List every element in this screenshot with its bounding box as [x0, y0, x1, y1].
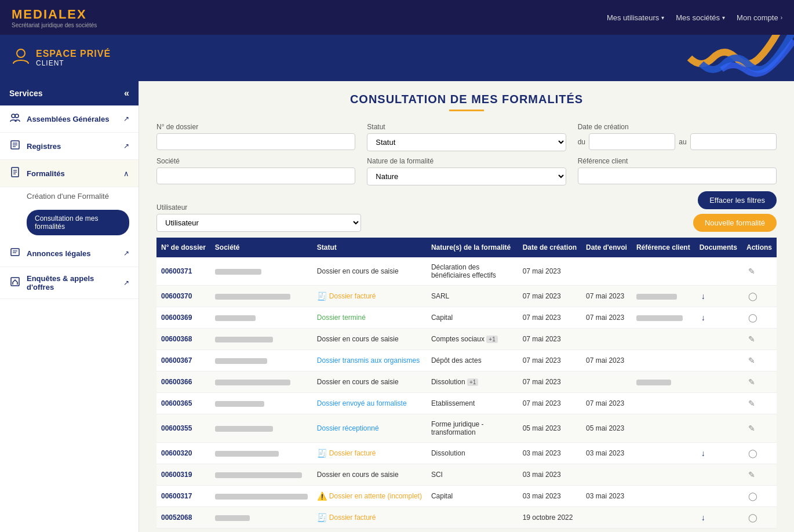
sidebar-item-assemblees[interactable]: Assemblées Générales ↗: [0, 105, 139, 133]
sidebar-item-formalites[interactable]: Formalités ∧: [0, 160, 139, 187]
annonces-icon: [9, 247, 21, 260]
cell-date-envoi: 07 mai 2023: [581, 286, 632, 307]
edit-icon[interactable]: ✎: [746, 356, 757, 365]
cell-nature: Déclaration des bénéficiaires effectifs: [427, 257, 518, 286]
layout: Services « Assemblées Générales ↗: [0, 81, 794, 532]
cell-statut: 🧾Dossier facturé: [312, 286, 427, 307]
ref-input[interactable]: [578, 167, 777, 184]
sidebar-item-enquetes[interactable]: Enquêtes & appels d'offres ↗: [0, 267, 139, 299]
cell-nature: Dissolution +1: [427, 371, 518, 393]
status-badge: Dossier en cours de saisie: [317, 267, 399, 275]
cell-nature: Comptes sociaux +1: [427, 329, 518, 350]
nature-plus-badge: +1: [467, 378, 478, 386]
cell-ref: [632, 393, 695, 414]
edit-icon[interactable]: ✎: [746, 267, 757, 276]
cell-nature: Capital: [427, 307, 518, 329]
cell-date-creation: 07 mai 2023: [518, 371, 581, 393]
view-icon[interactable]: ◯: [746, 513, 759, 522]
download-icon[interactable]: ↓: [700, 513, 707, 522]
brand-subtitle: Secrétariat juridique des sociétés: [12, 22, 97, 28]
filter-actions: Effacer les filtres Nouvelle formalité: [693, 191, 777, 232]
download-icon[interactable]: ↓: [700, 313, 707, 322]
date-au-input[interactable]: [690, 133, 777, 150]
statut-select[interactable]: Statut: [367, 133, 566, 151]
cell-documents: ↓: [695, 443, 742, 464]
download-icon[interactable]: ↓: [700, 291, 707, 301]
formalites-icon: [9, 167, 21, 180]
new-formalite-button[interactable]: Nouvelle formalité: [693, 214, 777, 232]
cell-statut: Dossier en cours de saisie: [312, 464, 427, 486]
utilisateur-select[interactable]: Utilisateur: [156, 214, 361, 232]
cell-statut: ⚠️Dossier en attente (incomplet): [312, 486, 427, 507]
cell-dossier: 00600369: [156, 307, 210, 329]
nav-societes[interactable]: Mes sociétés ▾: [676, 13, 725, 22]
col-ref: Référence client: [632, 238, 695, 257]
filter-utilisateur: Utilisateur Utilisateur: [156, 203, 361, 232]
external-link-icon: ↗: [123, 279, 129, 287]
cell-societe: [210, 486, 312, 507]
view-icon[interactable]: ◯: [746, 313, 759, 322]
filter-utilisateur-wrap: Utilisateur Utilisateur: [156, 203, 361, 232]
nature-select[interactable]: Nature: [367, 167, 566, 185]
cell-dossier: 00052068: [156, 507, 210, 529]
status-badge: Dossier en cours de saisie: [317, 335, 399, 343]
table-row: 00600371Dossier en cours de saisieDéclar…: [156, 257, 777, 286]
status-badge: Dossier transmis aux organismes: [317, 356, 420, 365]
cell-nature: Dépôt des actes: [427, 350, 518, 371]
societe-placeholder: [215, 515, 250, 521]
cell-date-creation: 19 octobre 2022: [518, 507, 581, 529]
table-row: 00052068🧾Dossier facturé19 octobre 2022↓…: [156, 507, 777, 529]
cell-statut: Dossier en cours de saisie: [312, 371, 427, 393]
date-du-input[interactable]: [589, 133, 675, 150]
cell-documents: [695, 414, 742, 443]
view-icon[interactable]: ◯: [746, 449, 759, 458]
download-icon[interactable]: ↓: [700, 449, 707, 458]
sidebar-collapse-button[interactable]: «: [124, 88, 129, 99]
edit-icon[interactable]: ✎: [746, 424, 757, 433]
sidebar-item-annonces[interactable]: Annonces légales ↗: [0, 240, 139, 267]
cell-date-creation: 03 mai 2023: [518, 486, 581, 507]
cell-ref: [632, 464, 695, 486]
nav-utilisateurs[interactable]: Mes utilisateurs ▾: [607, 13, 664, 22]
cell-actions: ✎: [742, 257, 777, 286]
sidebar-sub-creation[interactable]: Création d'une Formalité: [0, 187, 139, 205]
dossier-input[interactable]: [156, 133, 355, 150]
status-badge: ⚠️Dossier en attente (incomplet): [317, 491, 422, 501]
cell-nature: [427, 507, 518, 529]
cell-statut: Dossier terminé: [312, 307, 427, 329]
status-badge: 🧾Dossier facturé: [317, 449, 376, 458]
chevron-up-icon: ∧: [123, 169, 129, 178]
edit-icon[interactable]: ✎: [746, 377, 757, 387]
filter-dossier: N° de dossier: [156, 123, 355, 151]
nav-compte[interactable]: Mon compte ›: [737, 13, 782, 22]
sidebar-item-registres[interactable]: Registres ↗: [0, 133, 139, 160]
registres-icon: [9, 140, 21, 152]
table-row: 00600369Dossier terminéCapital07 mai 202…: [156, 307, 777, 329]
filters-row3: Utilisateur Utilisateur Effacer les filt…: [156, 191, 777, 232]
enquetes-icon: [9, 276, 21, 289]
view-icon[interactable]: ◯: [746, 491, 759, 501]
table-row: 00600320🧾Dossier facturéDissolution03 ma…: [156, 443, 777, 464]
sidebar-sub-consultation[interactable]: Consultation de mes formalités: [27, 210, 129, 235]
cell-ref: [632, 350, 695, 371]
cell-actions: ◯: [742, 443, 777, 464]
cell-documents: [695, 464, 742, 486]
edit-icon[interactable]: ✎: [746, 470, 757, 479]
edit-icon[interactable]: ✎: [746, 334, 757, 344]
hero-text: ESPACE PRIVÉ CLIENT: [36, 49, 111, 67]
societe-placeholder: [215, 494, 308, 500]
societe-placeholder: [215, 380, 290, 385]
cell-actions: ◯: [742, 286, 777, 307]
status-badge: 🧾Dossier facturé: [317, 291, 376, 301]
cell-ref: [632, 486, 695, 507]
table-header-row: N° de dossier Société Statut Nature(s) d…: [156, 238, 777, 257]
filter-nature: Nature de la formalité Nature: [367, 157, 566, 185]
table-row: 00600366Dossier en cours de saisieDissol…: [156, 371, 777, 393]
societe-input[interactable]: [156, 167, 355, 184]
cell-societe: [210, 507, 312, 529]
edit-icon[interactable]: ✎: [746, 399, 757, 408]
clear-filters-button[interactable]: Effacer les filtres: [698, 191, 777, 209]
view-icon[interactable]: ◯: [746, 291, 759, 301]
cell-documents: [695, 350, 742, 371]
cell-date-creation: 07 mai 2023: [518, 257, 581, 286]
